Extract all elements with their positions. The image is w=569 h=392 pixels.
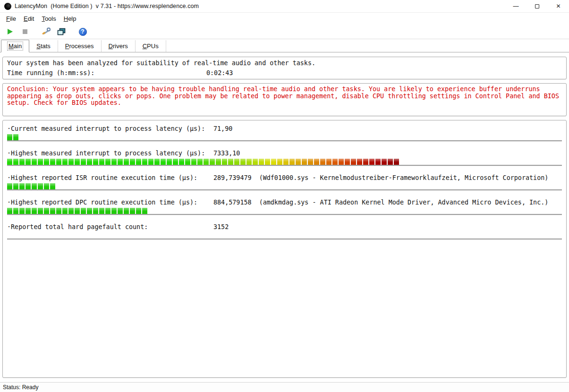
time-running-value: 0:02:43	[206, 69, 233, 77]
menu-help[interactable]: Help	[60, 14, 80, 24]
tab-stats[interactable]: Stats	[29, 40, 58, 52]
close-button[interactable]: ✕	[548, 0, 569, 12]
window-controls: — ✕	[505, 0, 569, 12]
start-monitor-button[interactable]	[4, 26, 16, 37]
conclusion-panel: Conclusion: Your system appears to be ha…	[2, 83, 567, 116]
bar-segments	[7, 208, 147, 214]
latency-bar	[7, 232, 562, 239]
tab-cpus[interactable]: CPUs	[136, 40, 166, 52]
menu-bar: File Edit Tools Help	[0, 13, 569, 25]
menu-edit[interactable]: Edit	[20, 14, 38, 24]
play-icon	[6, 28, 14, 35]
bar-segments	[7, 183, 55, 189]
metric-driver-detail: (amdkmdag.sys - ATI Radeon Kernel Mode D…	[259, 199, 549, 206]
stop-icon	[21, 28, 29, 35]
analysis-headline: Your system has been analyzed for suitab…	[7, 58, 562, 68]
metric-value: 289,739479	[213, 174, 252, 181]
bar-baseline	[7, 140, 562, 141]
status-bar: Status: Ready	[0, 382, 569, 392]
bar-baseline	[7, 189, 562, 190]
metric-driver-detail: (Wdf01000.sys - Kernelmodustreiber-Frame…	[259, 174, 549, 181]
metric-label: ·Reported total hard pagefault count:	[7, 223, 213, 231]
bar-segments	[7, 159, 399, 165]
metric-highest-latency: ·Highest measured interrupt to process l…	[7, 149, 562, 166]
metric-dpc-time: ·Highest reported DPC routine execution …	[7, 198, 562, 215]
metric-isr-time: ·Highest reported ISR routine execution …	[7, 174, 562, 190]
tab-bar: Main Stats Processes Drivers CPUs	[0, 39, 569, 52]
toolbar: ?	[0, 25, 569, 39]
metric-value: 3152	[213, 223, 229, 230]
minimize-button[interactable]: —	[505, 0, 527, 12]
content-area: Your system has been analyzed for suitab…	[0, 52, 569, 378]
tab-main[interactable]: Main	[1, 40, 29, 52]
metric-pagefault-count: ·Reported total hard pagefault count:315…	[7, 223, 562, 239]
tab-drivers[interactable]: Drivers	[102, 40, 136, 52]
menu-file[interactable]: File	[2, 14, 20, 24]
options-tools-button[interactable]	[40, 26, 52, 37]
maximize-icon	[535, 4, 539, 9]
metrics-panel: ·Current measured interrupt to process l…	[2, 120, 567, 378]
bar-baseline	[7, 165, 562, 166]
titlebar: LatencyMon (Home Edition ) v 7.31 - http…	[0, 0, 569, 13]
menu-tools[interactable]: Tools	[38, 14, 59, 24]
status-text: Status: Ready	[3, 384, 38, 391]
tab-processes-label: Processes	[64, 42, 95, 50]
metric-label: ·Highest measured interrupt to process l…	[7, 149, 213, 157]
maximize-button[interactable]	[527, 0, 548, 12]
window-title: LatencyMon (Home Edition ) v 7.31 - http…	[15, 3, 199, 9]
copy-report-button[interactable]	[55, 26, 68, 37]
latency-bar	[7, 134, 562, 141]
conclusion-text: Conclusion: Your system appears to be ha…	[7, 86, 562, 107]
metric-value: 884,579158	[213, 199, 252, 206]
latency-bar	[7, 208, 562, 215]
tab-main-label: Main	[8, 42, 23, 50]
latency-bar	[7, 183, 562, 190]
tab-drivers-label: Drivers	[108, 42, 129, 50]
bar-segments	[7, 134, 18, 140]
bar-baseline	[7, 214, 562, 215]
metric-label: ·Highest reported DPC routine execution …	[7, 198, 213, 206]
stop-monitor-button[interactable]	[19, 26, 31, 37]
tab-processes[interactable]: Processes	[58, 40, 102, 52]
metric-current-latency: ·Current measured interrupt to process l…	[7, 125, 562, 141]
copy-pages-icon	[57, 28, 66, 36]
app-icon	[4, 3, 11, 10]
tab-cpus-label: CPUs	[142, 42, 160, 50]
metric-value: 7333,10	[213, 150, 240, 157]
metric-value: 71,90	[213, 125, 232, 132]
tools-icon	[42, 27, 51, 36]
help-button[interactable]: ?	[76, 26, 89, 37]
analysis-panel: Your system has been analyzed for suitab…	[2, 57, 567, 79]
tab-stats-label: Stats	[35, 42, 51, 50]
time-running-row: Time running (h:mm:ss):0:02:43	[7, 68, 562, 78]
time-running-label: Time running (h:mm:ss):	[7, 68, 206, 78]
latency-bar	[7, 159, 562, 166]
bar-baseline	[7, 239, 562, 239]
help-icon: ?	[79, 28, 87, 36]
metric-label: ·Highest reported ISR routine execution …	[7, 174, 213, 182]
metric-label: ·Current measured interrupt to process l…	[7, 125, 213, 133]
